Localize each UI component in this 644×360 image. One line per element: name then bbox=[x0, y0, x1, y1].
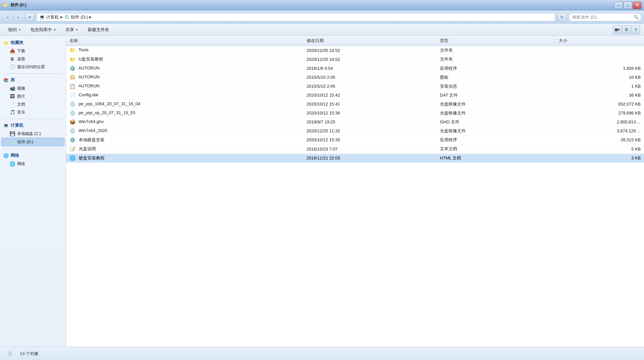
help-button[interactable]: ? bbox=[631, 25, 640, 34]
network-section: 🌐 网络 🌐 网络 bbox=[0, 151, 66, 168]
cdrive-icon: 💾 bbox=[9, 131, 15, 137]
file-table: 名称 修改日期 类型 大小 📁 Tools 2020/12/25 14:52 文… bbox=[66, 36, 644, 163]
file-date-cell: 2015/5/10 2:45 bbox=[303, 73, 437, 82]
file-name: AUTORUN bbox=[78, 66, 100, 70]
organize-button[interactable]: 组织 ▼ bbox=[4, 25, 25, 34]
file-type-cell: 文件夹 bbox=[437, 55, 555, 64]
title-bar-controls: ─ □ ✕ bbox=[614, 2, 641, 9]
table-row[interactable]: 📋 AUTORUN 2015/5/10 2:45 安装信息 1 KB bbox=[66, 82, 644, 91]
sidebar-item-recent[interactable]: 🕐 最近访问的位置 bbox=[1, 63, 64, 71]
computer-nav-icon: 💻 bbox=[3, 123, 9, 128]
toolbar: 组织 ▼ 包含到库中 ▼ 共享 ▼ 新建文件夹 ▦▾ ☰ ? bbox=[0, 24, 644, 36]
file-date-cell: 2020/10/12 15:41 bbox=[303, 100, 437, 109]
library-header[interactable]: 📚 库 bbox=[0, 76, 66, 84]
recent-icon: 🕐 bbox=[9, 64, 15, 70]
sidebar-item-pictures[interactable]: 🖼 图片 bbox=[1, 92, 64, 100]
forward-button[interactable]: ► bbox=[14, 13, 23, 22]
file-size-cell: 1 KB bbox=[555, 82, 644, 91]
preview-button[interactable]: ☰ bbox=[622, 25, 631, 34]
minimize-button[interactable]: ─ bbox=[614, 2, 623, 9]
file-size-cell bbox=[555, 55, 644, 64]
file-icon: 💿 bbox=[69, 110, 75, 116]
computer-header[interactable]: 💻 计算机 bbox=[0, 121, 66, 130]
file-type-cell: 光盘映像文件 bbox=[437, 100, 555, 109]
include-label: 包含到库中 bbox=[30, 27, 52, 33]
file-icon: 📁 bbox=[69, 47, 75, 53]
new-folder-button[interactable]: 新建文件夹 bbox=[83, 25, 113, 34]
favorites-header[interactable]: ⭐ 收藏夹 bbox=[0, 38, 66, 47]
table-row[interactable]: 🌐 硬盘安装教程 2016/11/21 22:03 HTML 文档 3 KB bbox=[66, 154, 644, 163]
pictures-icon: 🖼 bbox=[9, 93, 15, 99]
file-icon: 📦 bbox=[69, 119, 75, 125]
video-label: 视频 bbox=[17, 86, 25, 91]
file-date-cell: 2020/10/12 15:42 bbox=[303, 91, 437, 100]
library-icon: 📚 bbox=[3, 78, 9, 83]
file-name: 光盘说明 bbox=[79, 146, 96, 151]
sidebar-item-cdrive[interactable]: 💾 本地磁盘 (C:) bbox=[1, 130, 64, 138]
organize-label: 组织 bbox=[8, 27, 17, 33]
file-date-cell: 2020/12/25 14:52 bbox=[303, 46, 437, 55]
maximize-button[interactable]: □ bbox=[623, 2, 632, 9]
sidebar-item-download[interactable]: 📥 下载 bbox=[1, 47, 64, 55]
table-row[interactable]: 📁 U盘安装教程 2020/12/25 14:52 文件夹 bbox=[66, 55, 644, 64]
file-size-cell: 5 KB bbox=[555, 145, 644, 154]
ddrive-icon: 💿 bbox=[10, 139, 16, 145]
file-name: 本地硬盘安装 bbox=[79, 137, 105, 142]
share-button[interactable]: 共享 ▼ bbox=[61, 25, 83, 34]
file-date-cell: 2020/10/12 15:30 bbox=[303, 135, 437, 145]
file-type-cell: GHO 文件 bbox=[437, 117, 555, 126]
file-date-cell: 2016/1/8 4:54 bbox=[303, 64, 437, 73]
file-type-cell: 光盘映像文件 bbox=[437, 109, 555, 117]
sidebar-divider-1 bbox=[3, 73, 63, 74]
table-row[interactable]: 📁 Tools 2020/12/25 14:52 文件夹 bbox=[66, 46, 644, 55]
file-type-cell: DAT 文件 bbox=[437, 91, 555, 100]
computer-section: 💻 计算机 💾 本地磁盘 (C:) 💿 软件 (D:) bbox=[0, 121, 66, 146]
documents-label: 文档 bbox=[17, 102, 25, 107]
sidebar-item-desktop[interactable]: 🖥 桌面 bbox=[1, 55, 64, 63]
table-row[interactable]: ⚙️ AUTORUN 2016/1/8 4:54 应用程序 1,926 KB bbox=[66, 64, 644, 73]
file-name-cell: 📁 Tools bbox=[66, 46, 303, 55]
address-input[interactable]: 💻 计算机 ▶ 💿 软件 (D:) ▶ bbox=[36, 13, 555, 22]
file-name: Tools bbox=[78, 47, 88, 52]
music-label: 音乐 bbox=[17, 110, 25, 115]
file-date-cell: 2020/10/12 15:36 bbox=[303, 109, 437, 117]
sidebar-item-music[interactable]: 🎵 音乐 bbox=[1, 108, 64, 116]
main-layout: ⭐ 收藏夹 📥 下载 🖥 桌面 🕐 最近访问的位置 📚 库 bbox=[0, 36, 644, 347]
search-input[interactable] bbox=[569, 13, 641, 22]
table-row[interactable]: 💿 pe_yqs_1064_20_07_31_16_04 2020/10/12 … bbox=[66, 100, 644, 109]
file-name-cell: 📦 Win7x64.gho bbox=[66, 117, 303, 126]
view-dropdown-button[interactable]: ▦▾ bbox=[613, 25, 622, 34]
refresh-button[interactable]: ↻ bbox=[557, 13, 567, 22]
table-row[interactable]: 💿 Win7x64_2020 2020/12/25 11:32 光盘映像文件 3… bbox=[66, 126, 644, 135]
close-button[interactable]: ✕ bbox=[633, 2, 641, 9]
file-type-cell: HTML 文档 bbox=[437, 154, 555, 163]
file-name-cell: 📁 U盘安装教程 bbox=[66, 55, 303, 64]
share-label: 共享 bbox=[65, 27, 74, 33]
file-name: pe_yqs_1064_20_07_31_16_04 bbox=[79, 101, 141, 106]
sidebar-item-network[interactable]: 🌐 网络 bbox=[1, 160, 64, 168]
network-header[interactable]: 🌐 网络 bbox=[0, 151, 66, 160]
back-button[interactable]: ◄ bbox=[3, 13, 12, 22]
col-type-header[interactable]: 类型 bbox=[437, 36, 555, 46]
music-icon: 🎵 bbox=[9, 109, 15, 115]
table-row[interactable]: ⚙️ 本地硬盘安装 2020/10/12 15:30 应用程序 28,315 K… bbox=[66, 135, 644, 145]
sidebar-item-ddrive[interactable]: 💿 软件 (D:) bbox=[1, 138, 64, 146]
table-row[interactable]: 📦 Win7x64.gho 2019/9/7 19:25 GHO 文件 2,90… bbox=[66, 117, 644, 126]
table-row[interactable]: 🖼 AUTORUN 2015/5/10 2:45 图标 10 KB bbox=[66, 73, 644, 82]
ddrive-label: 软件 (D:) bbox=[18, 139, 33, 145]
file-icon: 📋 bbox=[69, 83, 75, 89]
desktop-icon: 🖥 bbox=[9, 56, 15, 62]
sidebar-item-video[interactable]: 📹 视频 bbox=[1, 84, 64, 92]
dropdown-button[interactable]: ▾ bbox=[25, 13, 34, 22]
file-table-body: 📁 Tools 2020/12/25 14:52 文件夹 📁 U盘安装教程 20… bbox=[66, 46, 644, 163]
sidebar-divider-3 bbox=[3, 149, 63, 149]
col-size-header[interactable]: 大小 bbox=[555, 36, 644, 46]
include-library-button[interactable]: 包含到库中 ▼ bbox=[26, 25, 61, 34]
table-row[interactable]: 💿 pe_yqs_xp_20_07_31_15_53 2020/10/12 15… bbox=[66, 109, 644, 117]
col-name-header[interactable]: 名称 bbox=[66, 36, 303, 46]
table-row[interactable]: 📝 光盘说明 2016/10/23 7:07 文本文档 5 KB bbox=[66, 145, 644, 154]
address-sep1: ▶ bbox=[60, 15, 63, 19]
table-row[interactable]: 📄 Config.dat 2020/10/12 15:42 DAT 文件 36 … bbox=[66, 91, 644, 100]
col-date-header[interactable]: 修改日期 bbox=[303, 36, 437, 46]
sidebar-item-documents[interactable]: 📄 文档 bbox=[1, 100, 64, 108]
